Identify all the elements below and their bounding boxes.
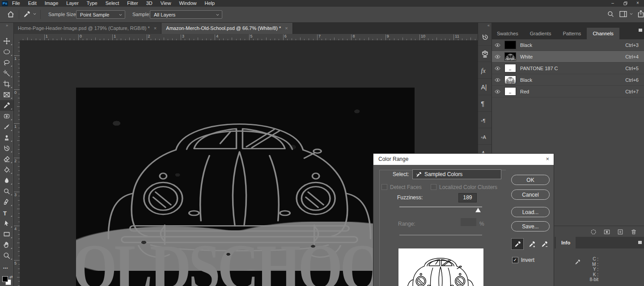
selection-preview[interactable] <box>398 248 483 286</box>
paragraph-styles-panel[interactable]: ▫¶ <box>478 112 491 128</box>
menu-item-image[interactable]: Image <box>41 0 63 7</box>
menu-item-3d[interactable]: 3D <box>142 0 157 7</box>
brush-tool[interactable] <box>0 122 13 132</box>
minimize-icon[interactable]: – <box>606 0 619 7</box>
close-tab-icon[interactable]: × <box>154 25 157 31</box>
sample-select[interactable]: All Layers <box>150 10 222 19</box>
eyedropper-tool-icon[interactable] <box>23 11 30 18</box>
zoom-tool[interactable] <box>0 250 13 261</box>
paragraph-panel[interactable]: ¶ <box>478 95 491 112</box>
invert-checkbox[interactable]: ✓ <box>512 257 518 263</box>
fuzziness-input[interactable]: 189 <box>458 193 477 202</box>
channel-row[interactable]: OLDSCHOOLBlackCtrl+6 <box>491 74 644 86</box>
select-dropdown[interactable]: Sampled Colors <box>412 169 501 179</box>
shape-tool[interactable] <box>0 229 13 240</box>
path-selection-tool[interactable] <box>0 218 13 229</box>
tab-patterns[interactable]: Patterns <box>557 28 587 39</box>
properties-panel[interactable] <box>478 46 491 62</box>
visibility-eye-icon[interactable] <box>495 55 500 59</box>
share-icon[interactable] <box>637 10 644 18</box>
dialog-title-bar[interactable]: Color Range × <box>373 154 554 165</box>
eraser-tool[interactable] <box>0 154 13 164</box>
workspace-icon[interactable] <box>619 11 627 17</box>
menu-item-filter[interactable]: Filter <box>123 0 142 7</box>
channel-thumbnail[interactable] <box>504 41 516 49</box>
character-panel[interactable]: A| <box>478 79 491 95</box>
swap-colors-icon[interactable]: ⇄ <box>9 275 13 279</box>
channel-row[interactable]: OLDSCHOOLWhiteCtrl+4 <box>491 51 644 63</box>
fuzziness-slider-thumb[interactable] <box>475 208 481 212</box>
slice-tool[interactable] <box>0 89 13 100</box>
ok-button[interactable]: OK <box>511 175 550 185</box>
menu-item-layer[interactable]: Layer <box>62 0 83 7</box>
channel-thumbnail[interactable]: OLDSCHOOL <box>504 76 516 84</box>
collapse-toolbar-icon[interactable]: » <box>0 22 13 29</box>
visibility-eye-icon[interactable] <box>495 43 500 47</box>
visibility-eye-icon[interactable] <box>495 89 500 94</box>
sample-size-select[interactable]: Point Sample <box>76 10 125 19</box>
healing-tool[interactable] <box>0 111 13 122</box>
chevron-down-icon[interactable] <box>630 13 633 15</box>
delete-channel-icon[interactable] <box>631 229 637 235</box>
vertical-ruler[interactable]: 1012345 <box>13 40 20 286</box>
tab-swatches[interactable]: Swatches <box>491 28 524 39</box>
visibility-eye-icon[interactable] <box>495 78 500 82</box>
channel-row[interactable]: PANTONE 187 CCtrl+5 <box>491 63 644 74</box>
load-channel-selection-icon[interactable] <box>590 229 597 235</box>
menu-item-type[interactable]: Type <box>83 0 102 7</box>
menu-item-window[interactable]: Window <box>175 0 200 7</box>
detect-faces-checkbox[interactable] <box>381 184 387 190</box>
close-icon[interactable]: × <box>631 0 644 7</box>
home-icon[interactable] <box>7 10 15 18</box>
chevron-down-icon[interactable] <box>33 13 36 15</box>
collapse-panels-icon[interactable]: « <box>478 22 491 29</box>
close-icon[interactable]: × <box>546 156 549 162</box>
move-tool[interactable] <box>0 36 13 46</box>
character-styles-panel[interactable]: ▫A <box>478 128 491 145</box>
channel-thumbnail[interactable] <box>504 87 516 96</box>
history-brush-tool[interactable] <box>0 143 13 154</box>
menu-item-file[interactable]: File <box>8 0 24 7</box>
menu-item-help[interactable]: Help <box>201 0 219 7</box>
save-button[interactable]: Save... <box>511 221 550 231</box>
dodge-tool[interactable] <box>0 186 13 197</box>
history-panel[interactable] <box>478 29 491 46</box>
eyedropper-tool[interactable] <box>0 100 13 111</box>
restore-icon[interactable] <box>619 0 631 7</box>
new-channel-icon[interactable] <box>617 229 623 235</box>
crop-tool[interactable] <box>0 79 13 89</box>
object-selection-tool[interactable] <box>0 68 13 79</box>
close-tab-icon[interactable]: × <box>285 25 288 31</box>
save-selection-as-channel-icon[interactable] <box>604 229 610 235</box>
channel-row[interactable]: RedCtrl+7 <box>491 86 644 97</box>
lasso-tool[interactable] <box>0 57 13 68</box>
panel-menu-icon[interactable] <box>638 241 642 244</box>
type-tool[interactable]: T <box>0 207 13 218</box>
menu-item-edit[interactable]: Edit <box>24 0 41 7</box>
channel-thumbnail[interactable] <box>504 64 516 72</box>
gradient-tool[interactable] <box>0 164 13 175</box>
eyedropper-sample-button[interactable] <box>511 238 524 250</box>
cancel-button[interactable]: Cancel <box>511 189 550 200</box>
localized-clusters-checkbox[interactable] <box>431 184 436 190</box>
canvas-artboard[interactable]: OLDSCHOOL ☠ <box>76 88 415 286</box>
horizontal-ruler[interactable]: 101234567891011 <box>20 34 478 41</box>
foreground-color-chip[interactable] <box>2 276 8 282</box>
edit-toolbar-tool[interactable]: ••• <box>0 261 13 272</box>
panel-menu-icon[interactable] <box>639 29 642 32</box>
eyedropper-subtract-button[interactable] <box>538 238 551 250</box>
eyedropper-add-button[interactable] <box>525 238 538 250</box>
clone-stamp-tool[interactable] <box>0 132 13 143</box>
menu-item-view[interactable]: View <box>157 0 175 7</box>
tab-channels[interactable]: Channels <box>587 28 619 39</box>
visibility-eye-icon[interactable] <box>495 66 500 71</box>
blur-tool[interactable] <box>0 175 13 186</box>
tab-gradients[interactable]: Gradients <box>524 28 557 39</box>
effects-panel[interactable]: fx <box>478 62 491 79</box>
channel-thumbnail[interactable]: OLDSCHOOL <box>504 52 516 61</box>
tab-info[interactable]: Info <box>556 237 576 248</box>
hand-tool[interactable] <box>0 240 13 250</box>
document-tab[interactable]: Amazon-Merch-Old-School.psd @ 66.7% (Whi… <box>161 22 292 34</box>
menu-item-select[interactable]: Select <box>102 0 123 7</box>
fuzziness-slider[interactable] <box>399 206 482 207</box>
